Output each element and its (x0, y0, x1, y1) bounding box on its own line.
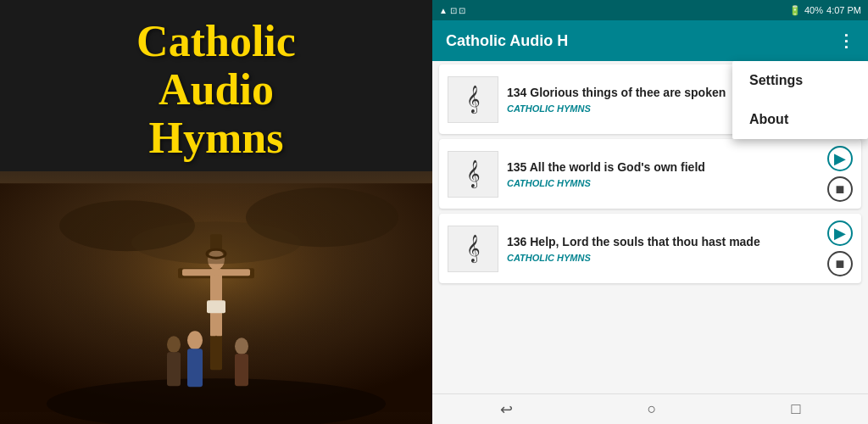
hymn-category-135: CATHOLIC HYMNS (507, 178, 819, 188)
play-button-136[interactable]: ▶ (827, 220, 853, 246)
svg-rect-8 (182, 269, 214, 276)
home-button[interactable]: ○ (631, 397, 674, 421)
svg-rect-16 (187, 349, 203, 387)
app-bar-title: Catholic Audio H (446, 32, 837, 50)
play-button-135[interactable]: ▶ (827, 146, 853, 171)
app-bar: Catholic Audio H ⋮ Settings About (432, 20, 868, 61)
title-line2: Audio (159, 65, 274, 114)
hymn-card-135[interactable]: 𝄞 135 All the world is God's own field C… (439, 139, 861, 209)
hymn-controls-136: ▶ ■ (827, 220, 853, 276)
about-menu-item[interactable]: About (732, 100, 868, 139)
right-panel: ▲ ⊡ ⊡ 🔋 40% 4:07 PM Catholic Audio H ⋮ S… (432, 0, 868, 424)
svg-rect-12 (207, 300, 225, 313)
music-note-icon: 𝄞 (466, 86, 481, 114)
svg-rect-14 (167, 352, 181, 386)
hymn-category-136: CATHOLIC HYMNS (507, 253, 819, 263)
hymn-info-136: 136 Help, Lord the souls that thou hast … (507, 234, 819, 262)
music-thumbnail-134: 𝄞 (448, 76, 498, 123)
left-panel: Catholic Audio Hymns (0, 0, 432, 424)
time: 4:07 PM (826, 5, 861, 15)
svg-point-15 (187, 331, 203, 349)
svg-point-21 (131, 221, 301, 264)
app-title-block: Catholic Audio Hymns (0, 0, 432, 171)
stop-button-136[interactable]: ■ (827, 251, 853, 276)
dropdown-menu: Settings About (732, 61, 868, 139)
music-thumbnail-135: 𝄞 (448, 151, 498, 198)
hymn-card-136[interactable]: 𝄞 136 Help, Lord the souls that thou has… (439, 214, 861, 283)
back-button[interactable]: ↩ (483, 397, 530, 422)
settings-menu-item[interactable]: Settings (732, 61, 868, 100)
battery-level: 40% (804, 5, 823, 15)
svg-rect-9 (218, 269, 250, 276)
stop-button-135[interactable]: ■ (827, 176, 853, 202)
svg-point-17 (235, 338, 248, 354)
hymn-title-135: 135 All the world is God's own field (507, 159, 819, 175)
hymn-info-135: 135 All the world is God's own field CAT… (507, 159, 819, 187)
svg-rect-18 (235, 354, 248, 386)
battery-icon: 🔋 (789, 5, 801, 16)
bottom-navigation: ↩ ○ □ (432, 393, 868, 424)
status-icons: ▲ ⊡ ⊡ (439, 6, 465, 15)
music-note-icon: 𝄞 (466, 160, 481, 188)
app-title: Catholic Audio Hymns (25, 17, 407, 163)
music-note-icon: 𝄞 (466, 235, 481, 263)
svg-point-13 (167, 336, 181, 353)
recent-button[interactable]: □ (775, 397, 818, 421)
hymn-title-136: 136 Help, Lord the souls that thou hast … (507, 234, 819, 249)
crucifixion-image (0, 171, 432, 424)
status-bar: ▲ ⊡ ⊡ 🔋 40% 4:07 PM (432, 0, 868, 20)
hymn-controls-135: ▶ ■ (827, 146, 853, 202)
music-thumbnail-136: 𝄞 (448, 226, 498, 272)
title-line1: Catholic (136, 17, 296, 65)
title-line3: Hymns (149, 114, 284, 162)
overflow-menu-button[interactable]: ⋮ (837, 31, 854, 51)
